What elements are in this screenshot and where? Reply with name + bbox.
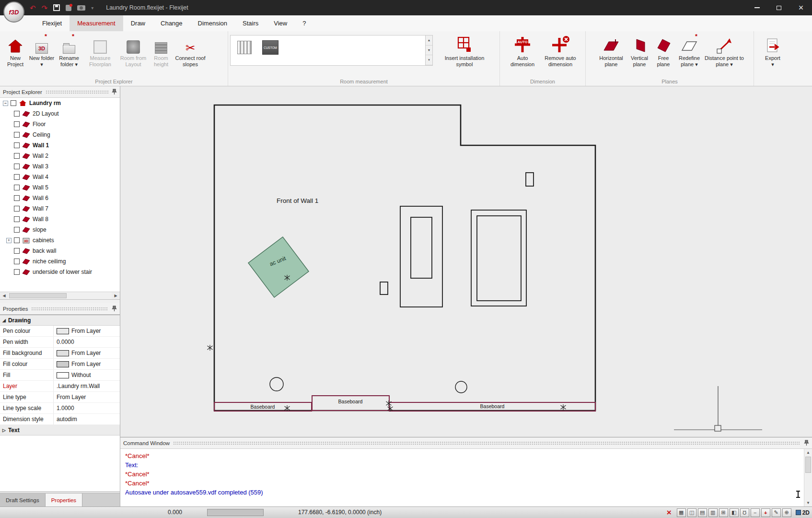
prop-fill-background[interactable]: Fill backgroundFrom Layer (0, 348, 120, 359)
color-swatch[interactable] (57, 361, 69, 367)
tree-item-wall-4[interactable]: Wall 4 (0, 172, 120, 182)
close-button[interactable]: × (790, 0, 812, 15)
undo-icon[interactable]: ↶ (30, 4, 36, 12)
drawing-canvas[interactable]: Front of Wall 1 ac unit Baseboard Basebo… (120, 86, 812, 437)
command-log[interactable]: *Cancel* Text: *Cancel* *Cancel* Autosav… (120, 449, 804, 506)
checkbox[interactable] (14, 237, 20, 243)
scroll-right-icon[interactable]: ▶ (112, 292, 120, 299)
checkbox[interactable] (14, 174, 20, 180)
scroll-up-icon[interactable]: ▲ (804, 449, 812, 456)
checkbox[interactable] (14, 269, 20, 275)
prop-line-type-scale[interactable]: Line type scale1.0000 (0, 403, 120, 414)
section-text[interactable]: ▷ Text (0, 425, 120, 436)
section-drawing[interactable]: ◢ Drawing (0, 315, 120, 326)
rename-folder-button[interactable]: * Rename folder ▾ (55, 33, 83, 68)
prop-pen-colour[interactable]: Pen colourFrom Layer (0, 326, 120, 337)
tree-item-wall-7[interactable]: Wall 7 (0, 203, 120, 214)
tree-item-slope[interactable]: slope (0, 224, 120, 235)
prop-fill-colour[interactable]: Fill colourFrom Layer (0, 359, 120, 370)
tree-item-back-wall[interactable]: back wall (0, 246, 120, 256)
checkbox[interactable] (14, 132, 20, 138)
tab-dimension[interactable]: Dimension (190, 15, 235, 31)
tab-change[interactable]: Change (153, 15, 190, 31)
tree-item-wall-3[interactable]: Wall 3 (0, 161, 120, 172)
tab-view[interactable]: View (266, 15, 295, 31)
checkbox[interactable] (14, 164, 20, 169)
magnet-snap-icon[interactable]: Ω (740, 508, 749, 517)
gallery-expand-icon[interactable]: ▾ (426, 55, 432, 65)
checkbox[interactable] (14, 195, 20, 201)
rows-view-icon[interactable]: ▤ (698, 508, 707, 517)
shade-view-icon[interactable]: ◧ (730, 508, 739, 517)
color-swatch[interactable] (57, 350, 69, 356)
fixture-rect[interactable] (400, 206, 442, 307)
tree-item-wall-2[interactable]: Wall 2 (0, 151, 120, 161)
redo-icon[interactable]: ↷ (42, 4, 48, 12)
symbol-gallery[interactable]: CUSTOM (230, 35, 426, 66)
tree-item-ceiling[interactable]: Ceiling (0, 130, 120, 140)
horizontal-plane-button[interactable]: Horizontal plane (596, 33, 626, 68)
free-plane-button[interactable]: Free plane (652, 33, 674, 68)
scrollbar-thumb[interactable] (9, 293, 67, 298)
maximize-button[interactable] (768, 0, 790, 15)
distance-point-to-plane-button[interactable]: Distance point to plane ▾ (704, 33, 744, 68)
new-project-button[interactable]: New Project (2, 33, 29, 68)
prop-dimension-style[interactable]: Dimension styleautodim (0, 414, 120, 425)
checkbox[interactable] (11, 100, 16, 106)
split-view-icon[interactable]: ◫ (687, 508, 696, 517)
tree-item-underside-of-lower-stair[interactable]: underside of lower stair (0, 267, 120, 277)
gallery-scroll[interactable]: ▲ ▼ ▾ (426, 35, 433, 66)
tree-item-cabinets[interactable]: + 3D cabinets (0, 235, 120, 246)
checkbox[interactable] (14, 185, 20, 190)
fixture-inner-rect[interactable] (411, 217, 432, 278)
collapse-icon[interactable]: − (3, 101, 8, 106)
camera-icon[interactable] (77, 5, 85, 11)
checkbox[interactable] (14, 227, 20, 233)
scroll-down-icon[interactable]: ▼ (804, 499, 812, 506)
tree-item-2d-layout[interactable]: 2D Layout (0, 108, 120, 119)
prop-pen-width[interactable]: Pen width0.0000 (0, 337, 120, 348)
drain-circle[interactable] (455, 381, 467, 393)
tree-horizontal-scrollbar[interactable]: ◀ ▶ (0, 292, 120, 300)
color-swatch[interactable] (57, 328, 69, 334)
export-button[interactable]: Export▾ (759, 33, 787, 68)
vertical-plane-button[interactable]: Vertical plane (626, 33, 652, 68)
scroll-left-icon[interactable]: ◀ (0, 292, 8, 299)
gallery-scroll-down-icon[interactable]: ▼ (426, 46, 432, 56)
tree-item-floor[interactable]: Floor (0, 119, 120, 130)
insert-installation-symbol-button[interactable]: Insert installation symbol (438, 33, 491, 68)
checkbox[interactable] (14, 121, 20, 127)
checkbox[interactable] (14, 206, 20, 212)
tab-draw[interactable]: Draw (123, 15, 153, 31)
redefine-plane-button[interactable]: * Redefine plane ▾ (674, 33, 704, 68)
checkbox[interactable] (14, 142, 20, 148)
tree-item-wall-8[interactable]: Wall 8 (0, 214, 120, 224)
tab-draft-settings[interactable]: Draft Settings (0, 494, 46, 506)
save-icon[interactable] (53, 4, 60, 11)
mode-2d-badge[interactable]: 2D (796, 509, 810, 516)
remove-auto-dimension-button[interactable]: Remove auto dimension (540, 33, 581, 68)
checkbox[interactable] (14, 248, 20, 254)
prop-fill[interactable]: FillWithout (0, 370, 120, 381)
minimize-button[interactable] (746, 0, 768, 15)
tree-item-wall-5[interactable]: Wall 5 (0, 182, 120, 193)
command-scrollbar[interactable]: ▲ ▼ (804, 449, 812, 506)
tree-item-niche-ceiling[interactable]: niche ceilimg (0, 256, 120, 267)
pin-icon[interactable] (112, 306, 117, 312)
checkbox[interactable] (14, 216, 20, 222)
new-folder-button[interactable]: * 3D New folder ▾ (29, 33, 55, 68)
tab-flexijet[interactable]: Flexijet (35, 15, 70, 31)
pencil-edit-icon[interactable]: ✎ (772, 508, 781, 517)
tab-measurement[interactable]: Measurement (70, 15, 123, 31)
outlet-rect[interactable] (526, 173, 534, 186)
radiator-symbol-icon[interactable] (235, 38, 254, 57)
prop-line-type[interactable]: Line typeFrom Layer (0, 392, 120, 403)
checkbox[interactable] (14, 259, 20, 264)
ac-unit-shape[interactable] (248, 237, 309, 297)
prop-layer[interactable]: Layer.Laundry rm.Wall (0, 381, 120, 392)
tab-help[interactable]: ? (295, 15, 313, 31)
tree-item-wall-1[interactable]: Wall 1 (0, 140, 120, 151)
tree-item-laundry-rm[interactable]: − Laundry rm (0, 98, 120, 108)
custom-symbol-icon[interactable]: CUSTOM (261, 38, 279, 57)
tab-stairs[interactable]: Stairs (235, 15, 266, 31)
